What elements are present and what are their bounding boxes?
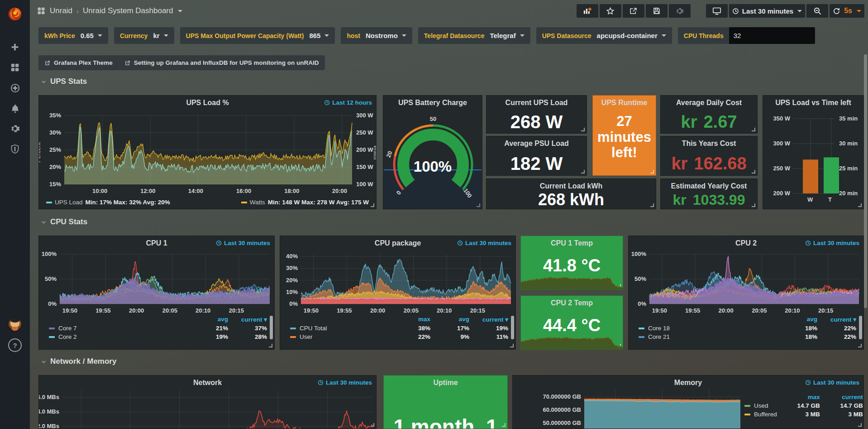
bar-W bbox=[803, 159, 818, 193]
star-button[interactable] bbox=[600, 4, 621, 18]
chevron-down-icon[interactable] bbox=[178, 10, 182, 12]
dashboard-link[interactable]: Grafana Plex Theme bbox=[44, 59, 113, 66]
chevron-down-icon bbox=[662, 34, 666, 37]
variable-value: 865 bbox=[309, 32, 320, 39]
gauge-scale-label: 50 bbox=[429, 116, 438, 122]
variable-label: UPS Max Output Power Capacity (Watt) bbox=[186, 32, 304, 39]
panel-title[interactable]: Current Load kWh bbox=[491, 182, 651, 190]
panel-time-range[interactable]: Last 30 minutes bbox=[318, 379, 372, 386]
save-button[interactable] bbox=[646, 4, 668, 18]
breadcrumb-dashboard[interactable]: Unraid System Dashboard bbox=[83, 6, 173, 15]
help-icon[interactable]: ? bbox=[8, 338, 22, 352]
variable-value-dropdown[interactable]: apcupsd-container bbox=[597, 32, 666, 39]
panel-cpu-1: CPU 1 Last 30 minutes 0%50%100%19:5019:5… bbox=[38, 236, 275, 350]
dashboards-icon[interactable] bbox=[6, 61, 24, 74]
panel-title[interactable]: UPS Runtime bbox=[596, 99, 653, 107]
share-button[interactable] bbox=[623, 4, 644, 18]
breadcrumb-app[interactable]: Unraid bbox=[50, 6, 72, 15]
panel-cpu-2: CPU 2 Last 30 minutes 0%50%100%19:5019:5… bbox=[628, 236, 864, 350]
clock-icon bbox=[457, 240, 463, 246]
dashboard-links-bar: Grafana Plex ThemeSetting up Grafana and… bbox=[38, 55, 325, 70]
dashboard-link-label: Setting up Grafana and InfluxDB for UPS … bbox=[134, 59, 319, 66]
explore-icon[interactable] bbox=[6, 82, 24, 94]
variable-value-dropdown[interactable]: 865 bbox=[309, 32, 329, 39]
dashboard-link[interactable]: Setting up Grafana and InfluxDB for UPS … bbox=[124, 59, 319, 66]
variable-input[interactable] bbox=[729, 27, 815, 44]
breadcrumb-separator-icon: › bbox=[76, 7, 79, 15]
settings-button[interactable] bbox=[669, 4, 691, 18]
panel-title[interactable]: UPS Load % bbox=[57, 99, 358, 107]
configuration-icon[interactable] bbox=[6, 122, 24, 135]
variable-value-dropdown[interactable]: kr bbox=[153, 32, 168, 39]
stat-value: 44.4 °C bbox=[521, 316, 623, 335]
panel-time-range[interactable]: Last 30 minutes bbox=[216, 240, 270, 246]
server-admin-icon[interactable] bbox=[6, 143, 24, 155]
grafana-logo[interactable] bbox=[0, 0, 30, 28]
variable-label: kWh Price bbox=[44, 32, 75, 39]
zoom-out-button[interactable] bbox=[806, 4, 828, 18]
create-icon[interactable] bbox=[6, 41, 24, 53]
section-title: UPS Stats bbox=[50, 77, 87, 86]
section-ups-stats[interactable]: UPS Stats bbox=[41, 77, 87, 86]
variable-label: Telegraf Datasource bbox=[424, 32, 485, 39]
panel-time-range[interactable]: Last 30 minutes bbox=[457, 240, 511, 246]
refresh-interval-label[interactable]: 5s bbox=[844, 7, 852, 15]
chevron-down-icon bbox=[520, 34, 525, 37]
clock-icon bbox=[318, 380, 324, 386]
tv-mode-button[interactable] bbox=[706, 4, 728, 18]
panel-average-daily-cost: Average Daily Cost kr2.67 bbox=[660, 95, 758, 134]
clock-icon bbox=[324, 100, 330, 106]
variable-ups-max-output-power-capacity-watt-: UPS Max Output Power Capacity (Watt)865 bbox=[180, 27, 335, 44]
external-link-icon bbox=[124, 60, 131, 66]
variable-value: Nostromo bbox=[366, 32, 398, 39]
nav-actions: Last 30 minutes 5s bbox=[577, 4, 864, 18]
chevron-down-icon bbox=[98, 34, 102, 37]
panel-time-range[interactable]: Last 30 minutes bbox=[805, 240, 859, 246]
stat-value: 268 W bbox=[486, 111, 587, 133]
panel-estimated-yearly-cost: Estimated Yearly Cost kr1033.99 bbox=[660, 178, 758, 209]
chart-canvas bbox=[39, 236, 274, 349]
chevron-down-icon bbox=[797, 10, 802, 12]
refresh-picker[interactable]: 5s bbox=[830, 4, 864, 18]
panel-title[interactable]: Average Daily Cost bbox=[665, 99, 753, 107]
panel-this-years-cost: This Years Cost kr162.68 bbox=[660, 136, 758, 176]
alerting-icon[interactable] bbox=[6, 102, 24, 115]
panel-title[interactable]: Current UPS Load bbox=[491, 99, 582, 107]
variable-value-dropdown[interactable]: Telegraf bbox=[490, 32, 524, 39]
section-title: Network / Memory bbox=[50, 357, 116, 366]
panel-title[interactable]: CPU 2 Temp bbox=[525, 299, 618, 307]
panel-memory: Memory Last 30 minutes 70.000000 GB60.00… bbox=[512, 375, 864, 429]
panel-title[interactable]: CPU 1 Temp bbox=[525, 239, 618, 247]
section-cpu-stats[interactable]: CPU Stats bbox=[41, 217, 87, 227]
panel-title[interactable]: UPS Load vs Time left bbox=[766, 99, 861, 107]
panel-time-range[interactable]: Last 30 minutes bbox=[805, 379, 859, 386]
panel-title[interactable]: Estimated Yearly Cost bbox=[665, 182, 753, 190]
chevron-down-icon[interactable] bbox=[857, 10, 861, 12]
variable-value-dropdown[interactable]: Nostromo bbox=[366, 32, 406, 39]
bar-T bbox=[824, 157, 839, 193]
stat-value: 182 W bbox=[486, 152, 587, 175]
refresh-icon bbox=[833, 7, 840, 15]
breadcrumb: Unraid › Unraid System Dashboard bbox=[37, 6, 182, 15]
panel-title[interactable]: Memory bbox=[531, 379, 845, 387]
panel-title[interactable]: Network bbox=[57, 379, 358, 387]
page-scrollbar[interactable] bbox=[864, 54, 867, 308]
time-range-picker[interactable]: Last 30 minutes bbox=[729, 4, 805, 18]
currency-prefix: kr bbox=[671, 154, 687, 174]
chevron-down-icon bbox=[164, 34, 168, 37]
variable-label: CPU Threads bbox=[684, 32, 724, 39]
panel-title[interactable]: This Years Cost bbox=[665, 140, 753, 148]
add-panel-button[interactable] bbox=[577, 4, 598, 18]
panel-title[interactable]: UPS Battery Charge bbox=[388, 99, 477, 107]
section-network-memory[interactable]: Network / Memory bbox=[41, 357, 116, 366]
stat-value: 1 month, 1 bbox=[384, 415, 507, 429]
panel-title[interactable]: Uptime bbox=[388, 379, 503, 387]
panel-uptime: Uptime 1 month, 1 bbox=[383, 375, 508, 429]
clock-icon bbox=[805, 380, 811, 386]
variable-value-dropdown[interactable]: 0.65 bbox=[81, 32, 102, 39]
panel-time-range[interactable]: Last 12 hours bbox=[324, 99, 372, 106]
variable-label: host bbox=[347, 32, 360, 39]
external-link-icon bbox=[44, 60, 51, 66]
panel-title[interactable]: Average PSU Load bbox=[491, 140, 582, 148]
user-avatar[interactable] bbox=[8, 318, 22, 332]
